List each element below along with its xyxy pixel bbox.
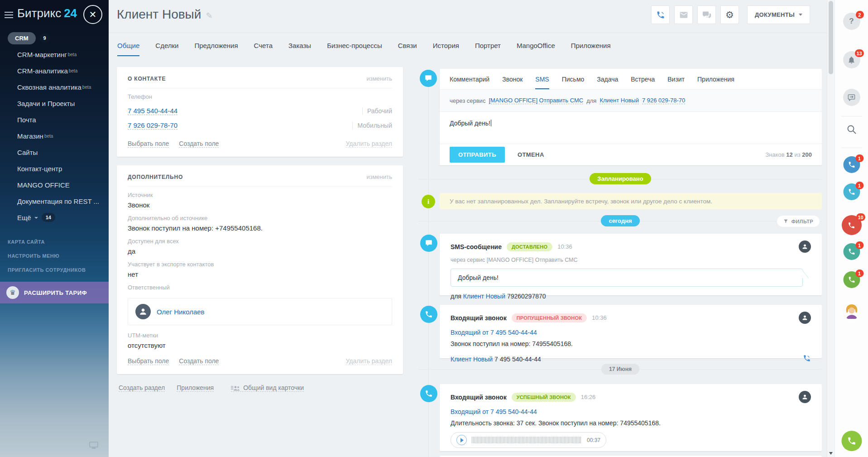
tab-relations[interactable]: Связи — [398, 42, 417, 56]
search-icon — [846, 124, 857, 135]
messenger-button[interactable] — [843, 89, 860, 106]
composer-tab-email[interactable]: Письмо — [562, 76, 585, 89]
sidebar-item-tasks[interactable]: Задачи и Проекты — [0, 95, 109, 111]
composer-tab-visit[interactable]: Визит — [667, 76, 685, 89]
crm-pill[interactable]: CRM — [8, 32, 36, 44]
call-from-link[interactable]: Входящий от 7 495 540-44-44 — [451, 408, 811, 415]
tab-general[interactable]: Общие — [117, 42, 139, 56]
sidebar-link-configure-menu[interactable]: НАСТРОИТЬ МЕНЮ — [0, 249, 109, 263]
documents-button[interactable]: ДОКУМЕНТЫ — [747, 5, 810, 24]
scroll-down-arrow[interactable] — [829, 452, 833, 455]
call-from-link[interactable]: Входящий от 7 495 540-44-44 — [451, 329, 811, 336]
sidebar-item-mango-office[interactable]: MANGO OFFICE — [0, 177, 109, 193]
notifications-button[interactable]: 13 — [843, 51, 860, 68]
cancel-button[interactable]: ОТМЕНА — [518, 151, 544, 158]
call-line-4[interactable]: 1 — [843, 243, 860, 260]
phone-number-link[interactable]: 7 495 540-44-44 — [128, 107, 177, 115]
sidebar-link-invite-employees[interactable]: ПРИГЛАСИТЬ СОТРУДНИКОВ — [0, 263, 109, 277]
sidebar-item-crm[interactable]: CRM 9 — [0, 30, 109, 46]
tab-mangooffice[interactable]: MangoOffice — [517, 42, 555, 56]
tab-deals[interactable]: Сделки — [155, 42, 178, 56]
left-column-footer: Создать раздел Приложения Общий вид карт… — [117, 384, 403, 392]
composer-tab-task[interactable]: Задача — [597, 76, 618, 89]
sidebar-item-crm-analytics[interactable]: CRM-аналитикаbeta — [0, 63, 109, 79]
composer-tab-sms[interactable]: SMS — [535, 76, 549, 89]
card-view-link[interactable]: Общий вид карточки — [231, 384, 304, 392]
sidebar-item-e2e-analytics[interactable]: Сквозная аналитикаbeta — [0, 79, 109, 95]
sms-service-link[interactable]: [MANGO OFFICE] Отправить СМС — [489, 97, 583, 104]
tab-apps[interactable]: Приложения — [571, 42, 611, 56]
sidebar: Битрикс24 ✕ CRM 9 CRM-маркетингbeta CRM-… — [0, 0, 109, 457]
call-button[interactable] — [651, 5, 670, 24]
event-author-avatar[interactable] — [799, 241, 811, 253]
audio-waveform[interactable] — [472, 437, 582, 443]
composer-tab-call[interactable]: Звонок — [502, 76, 523, 89]
sidebar-footer-links: КАРТА САЙТА НАСТРОИТЬ МЕНЮ ПРИГЛАСИТЬ СО… — [0, 235, 109, 277]
edit-pencil-icon[interactable]: ✎ — [206, 11, 212, 20]
vertical-scrollbar[interactable] — [827, 0, 834, 457]
call-line-2[interactable]: 1 — [843, 183, 860, 200]
sidebar-item-crm-marketing[interactable]: CRM-маркетингbeta — [0, 46, 109, 63]
upgrade-plan-button[interactable]: ♛ РАСШИРИТЬ ТАРИФ — [0, 282, 109, 303]
sms-recipient-link[interactable]: Клиент Новый — [599, 97, 639, 104]
settings-button[interactable]: ⚙ — [720, 5, 739, 24]
composer-tab-comment[interactable]: Комментарий — [450, 76, 489, 89]
sidebar-item-mail[interactable]: Почта — [0, 111, 109, 128]
tab-portrait[interactable]: Портрет — [475, 42, 501, 56]
sidebar-link-sitemap[interactable]: КАРТА САЙТА — [0, 235, 109, 249]
edit-section-link[interactable]: изменить — [366, 173, 392, 180]
client-link[interactable]: Клиент Новый — [463, 293, 505, 300]
call-line-5[interactable]: 1 — [843, 271, 860, 288]
sidebar-collapse-button[interactable]: ✕ — [83, 5, 102, 24]
sms-message-input[interactable]: Добрый день! — [440, 112, 822, 144]
user-avatar[interactable] — [843, 303, 860, 320]
composer-tab-apps[interactable]: Приложения — [697, 76, 734, 89]
composer-tab-meeting[interactable]: Встреча — [631, 76, 655, 89]
apps-link[interactable]: Приложения — [177, 384, 214, 392]
select-field-link[interactable]: Выбрать поле — [128, 357, 169, 365]
tab-orders[interactable]: Заказы — [288, 42, 311, 56]
hamburger-icon[interactable] — [5, 12, 13, 20]
sms-recipient-phone-link[interactable]: 7 926 029-78-70 — [642, 97, 685, 104]
mail-button[interactable] — [674, 5, 693, 24]
scrollbar-thumb[interactable] — [829, 1, 833, 74]
planned-divider: Запланировано — [419, 173, 822, 184]
client-link[interactable]: Клиент Новый — [451, 356, 493, 363]
tab-quotes[interactable]: Предложения — [194, 42, 238, 56]
callback-icon[interactable] — [803, 354, 811, 364]
composer-tabs: Комментарий Звонок SMS Письмо Задача Вст… — [440, 69, 822, 89]
filter-button[interactable]: ФИЛЬТР — [777, 215, 820, 227]
help-button[interactable]: ? 2 — [843, 13, 860, 30]
event-author-avatar[interactable] — [799, 391, 811, 403]
call-line-3[interactable]: 10 — [842, 215, 862, 235]
create-field-link[interactable]: Создать поле — [179, 140, 219, 148]
send-button[interactable]: ОТПРАВИТЬ — [450, 147, 505, 163]
create-section-link[interactable]: Создать раздел — [119, 384, 165, 392]
delete-section-link[interactable]: Удалить раздел — [345, 357, 392, 365]
select-field-link[interactable]: Выбрать поле — [128, 140, 169, 148]
sidebar-item-sites[interactable]: Сайты — [0, 144, 109, 160]
sidebar-item-contact-center[interactable]: Контакт-центр — [0, 160, 109, 177]
kiosk-icon[interactable] — [89, 442, 98, 447]
create-field-link[interactable]: Создать поле — [179, 357, 219, 365]
quick-call-button[interactable] — [841, 431, 862, 451]
logo[interactable]: Битрикс24 — [17, 6, 77, 20]
responsible-name-link[interactable]: Олег Николаев — [157, 308, 205, 316]
event-author-avatar[interactable] — [799, 312, 811, 324]
sms-event-card: SMS-сообщение ДОСТАВЛЕНО 10:36 через сер… — [440, 234, 822, 295]
sidebar-item-shop[interactable]: Магазинbeta — [0, 128, 109, 144]
tab-bizproc[interactable]: Бизнес-процессы — [327, 42, 382, 56]
tab-history[interactable]: История — [433, 42, 459, 56]
sidebar-item-more[interactable]: Ещё 14 — [0, 209, 109, 226]
edit-section-link[interactable]: изменить — [366, 75, 392, 82]
tab-invoices[interactable]: Счета — [254, 42, 273, 56]
delete-section-link[interactable]: Удалить раздел — [345, 140, 392, 148]
play-button[interactable] — [456, 435, 467, 445]
activity-composer: Комментарий Звонок SMS Письмо Задача Вст… — [440, 69, 822, 165]
sidebar-item-rest-docs[interactable]: Документация по REST ... — [0, 193, 109, 209]
call-line-1[interactable]: 1 — [843, 156, 860, 173]
search-button[interactable] — [846, 124, 857, 137]
chat-button[interactable] — [697, 5, 716, 24]
phone-number-link[interactable]: 7 926 029-78-70 — [128, 121, 177, 130]
call-event-icon — [420, 385, 437, 402]
